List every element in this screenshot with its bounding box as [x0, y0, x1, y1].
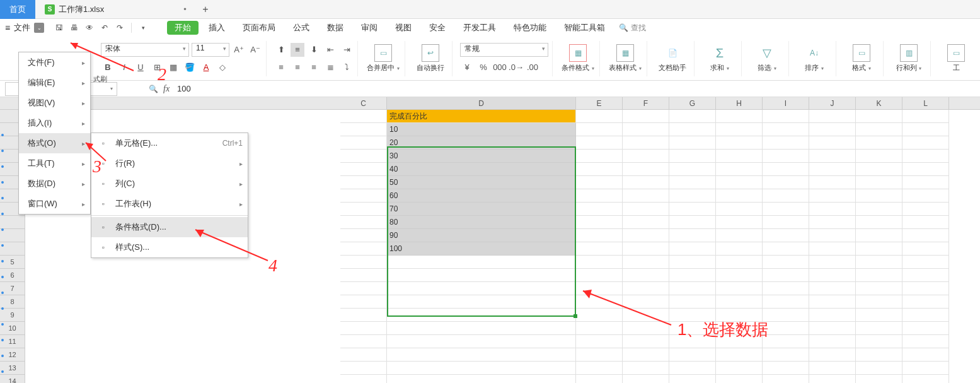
ribbon-tab-layout[interactable]: 页面布局	[235, 22, 283, 33]
menu-item[interactable]: 工具(T)▸	[19, 153, 90, 174]
cell[interactable]	[669, 189, 716, 203]
cell[interactable]	[763, 362, 809, 375]
cell[interactable]	[669, 375, 716, 383]
ribbon-tab-data[interactable]: 数据	[320, 22, 351, 33]
cell[interactable]	[902, 362, 949, 375]
print-icon[interactable]: 🖶	[68, 21, 81, 34]
cell[interactable]	[576, 362, 623, 375]
cell[interactable]	[576, 150, 623, 163]
cell[interactable]	[716, 136, 763, 150]
cell[interactable]: 30	[387, 150, 576, 163]
cell[interactable]	[902, 123, 949, 136]
cell[interactable]	[340, 348, 387, 362]
cell[interactable]	[669, 136, 716, 150]
col-header[interactable]: G	[669, 97, 716, 109]
ribbon-tab-devtools[interactable]: 开发工具	[456, 22, 504, 33]
cell[interactable]	[763, 295, 809, 309]
cell[interactable]	[340, 110, 387, 123]
cell[interactable]	[902, 269, 949, 282]
cell[interactable]	[623, 269, 669, 282]
cell[interactable]	[576, 110, 623, 123]
cell[interactable]	[763, 348, 809, 362]
cell[interactable]	[902, 189, 949, 203]
cell[interactable]	[763, 203, 809, 216]
cell[interactable]	[576, 216, 623, 229]
col-header[interactable]: J	[809, 97, 856, 109]
col-header[interactable]: F	[623, 97, 669, 109]
cell[interactable]	[809, 375, 856, 383]
cell[interactable]	[763, 150, 809, 163]
cell[interactable]	[809, 216, 856, 229]
clear-format-button[interactable]: ◇	[216, 61, 229, 74]
number-format-select[interactable]: 常规	[460, 43, 548, 57]
cell[interactable]	[716, 309, 763, 322]
cell[interactable]	[716, 282, 763, 295]
cell[interactable]	[809, 269, 856, 282]
menu-item[interactable]: 插入(I)▸	[19, 113, 90, 133]
cell[interactable]	[340, 309, 387, 322]
cell[interactable]	[809, 150, 856, 163]
cell[interactable]	[902, 229, 949, 242]
cell[interactable]	[669, 203, 716, 216]
save-icon[interactable]: 🖫	[53, 21, 66, 34]
cell[interactable]	[576, 348, 623, 362]
cell[interactable]	[902, 256, 949, 269]
ribbon-tab-review[interactable]: 审阅	[354, 22, 385, 33]
cell[interactable]	[340, 216, 387, 229]
row-header[interactable]: 11	[0, 335, 25, 348]
cell[interactable]	[387, 322, 576, 335]
cell[interactable]	[902, 242, 949, 256]
cell[interactable]: 60	[387, 189, 576, 203]
cell[interactable]	[902, 375, 949, 383]
cell[interactable]	[716, 348, 763, 362]
cell[interactable]	[902, 150, 949, 163]
cell[interactable]	[856, 348, 902, 362]
chevron-down-icon[interactable]: ▾	[137, 21, 149, 34]
cell[interactable]	[623, 362, 669, 375]
cell[interactable]	[576, 242, 623, 256]
cell[interactable]	[902, 335, 949, 348]
cell[interactable]	[809, 136, 856, 150]
menu-item[interactable]: 格式(O)▸	[19, 133, 90, 153]
cell[interactable]	[387, 375, 576, 383]
font-size-select[interactable]: 11	[192, 43, 229, 57]
cell[interactable]	[856, 163, 902, 176]
cell[interactable]	[763, 229, 809, 242]
cell[interactable]	[856, 375, 902, 383]
cell[interactable]	[716, 163, 763, 176]
row-header[interactable]: 9	[0, 309, 25, 322]
tab-home[interactable]: 首页	[0, 0, 35, 19]
cell[interactable]	[623, 256, 669, 269]
cell[interactable]	[902, 163, 949, 176]
align-middle-icon[interactable]: ≡	[291, 43, 304, 57]
cell[interactable]	[669, 163, 716, 176]
cell[interactable]	[716, 335, 763, 348]
search-box[interactable]: 🔍 查找	[619, 23, 646, 33]
menu-item[interactable]: ▫单元格(E)...Ctrl+1	[91, 133, 248, 153]
cell[interactable]	[902, 282, 949, 295]
cell[interactable]	[669, 123, 716, 136]
cell[interactable]	[856, 269, 902, 282]
menu-item[interactable]: ▫工作表(H)▸	[91, 194, 248, 214]
cell[interactable]	[576, 123, 623, 136]
cell[interactable]	[763, 163, 809, 176]
cell[interactable]	[809, 295, 856, 309]
tab-menu-icon[interactable]: •	[183, 4, 187, 14]
cell[interactable]	[340, 282, 387, 295]
cell[interactable]	[340, 163, 387, 176]
merge-center-button[interactable]: ▭ 合并居中 ▾	[366, 41, 401, 76]
conditional-format-button[interactable]: ▦ 条件格式 ▾	[560, 41, 596, 76]
ribbon-tab-insert[interactable]: 插入	[201, 22, 233, 33]
cell[interactable]	[576, 375, 623, 383]
cell[interactable]	[669, 256, 716, 269]
preview-icon[interactable]: 👁	[83, 21, 96, 34]
cell[interactable]	[763, 136, 809, 150]
col-header[interactable]: I	[763, 97, 809, 109]
rowcol-button[interactable]: ▥ 行和列 ▾	[891, 41, 926, 76]
cell[interactable]	[856, 216, 902, 229]
cell[interactable]: 50	[387, 176, 576, 189]
decimal-dec-icon[interactable]: .00	[526, 61, 539, 74]
col-header[interactable]: H	[716, 97, 763, 109]
cell[interactable]	[763, 256, 809, 269]
cell[interactable]	[856, 242, 902, 256]
